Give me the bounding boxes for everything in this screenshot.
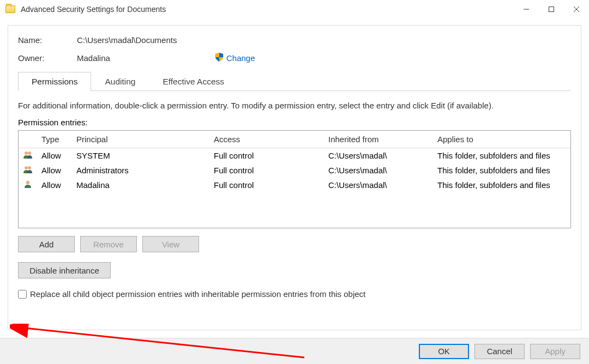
tab-effective-access[interactable]: Effective Access [149,72,238,91]
view-button[interactable]: View [142,236,199,252]
cell-type: Allow [37,165,72,176]
ok-button[interactable]: OK [419,344,469,359]
replace-child-entries-label: Replace all child object permission entr… [30,289,365,299]
name-label: Name: [18,35,77,45]
group-icon [23,151,33,159]
change-owner-link[interactable]: Change [226,53,255,63]
cell-access: Full control [209,165,324,176]
svg-point-6 [25,166,28,169]
window-controls [514,0,589,19]
table-row[interactable]: Allow Madalina Full control C:\Users\mad… [19,178,570,192]
col-inherited[interactable]: Inherited from [324,132,433,146]
remove-button[interactable]: Remove [80,236,137,252]
folder-icon [5,5,15,13]
svg-point-5 [28,151,31,155]
name-value: C:\Users\madal\Documents [77,35,571,45]
col-principal[interactable]: Principal [72,132,209,146]
titlebar: Advanced Security Settings for Documents [0,0,589,19]
add-button[interactable]: Add [18,236,75,252]
tab-auditing[interactable]: Auditing [91,72,149,91]
cell-access: Full control [209,179,324,191]
owner-label: Owner: [18,53,77,63]
close-icon [573,6,580,13]
cell-applies: This folder, subfolders and files [433,165,570,176]
table-row[interactable]: Allow SYSTEM Full control C:\Users\madal… [19,148,570,163]
cell-principal: Madalina [72,179,209,191]
window-title: Advanced Security Settings for Documents [21,5,514,14]
cell-type: Allow [37,179,72,191]
minimize-icon [523,6,530,13]
group-icon [23,166,33,173]
svg-point-4 [25,151,28,155]
cancel-button[interactable]: Cancel [474,344,525,359]
disable-inheritance-button[interactable]: Disable inheritance [18,262,111,278]
tabs: Permissions Auditing Effective Access [18,71,571,91]
bottom-bar: OK Cancel Apply [0,338,589,364]
instructions-text: For additional information, double-click… [18,101,571,110]
cell-principal: Administrators [72,165,209,176]
cell-type: Allow [37,150,72,161]
col-applies[interactable]: Applies to [433,132,570,146]
owner-row: Owner: Madalina Change [18,52,571,64]
permissions-grid: Type Principal Access Inherited from App… [18,130,571,228]
cell-inherited: C:\Users\madal\ [324,150,433,161]
col-access[interactable]: Access [209,132,324,146]
svg-point-7 [28,166,31,169]
maximize-button[interactable] [539,0,564,19]
minimize-button[interactable] [514,0,539,19]
close-button[interactable] [564,0,589,19]
maximize-icon [548,6,555,13]
svg-rect-1 [549,7,554,12]
replace-child-entries-checkbox[interactable] [18,290,27,299]
grid-header: Type Principal Access Inherited from App… [19,131,570,148]
cell-access: Full control [209,150,324,161]
table-row[interactable]: Allow Administrators Full control C:\Use… [19,163,570,178]
cell-principal: SYSTEM [72,150,209,161]
tab-permissions[interactable]: Permissions [18,72,91,91]
cell-inherited: C:\Users\madal\ [324,165,433,176]
owner-value: Madalina [77,53,214,63]
apply-button[interactable]: Apply [530,344,580,359]
col-type[interactable]: Type [37,132,72,146]
entries-label: Permission entries: [18,118,571,127]
shield-icon [214,52,224,64]
cell-applies: This folder, subfolders and files [433,150,570,161]
name-row: Name: C:\Users\madal\Documents [18,35,571,45]
cell-applies: This folder, subfolders and files [433,179,570,191]
cell-inherited: C:\Users\madal\ [324,179,433,191]
user-icon [23,180,33,188]
main-panel: Name: C:\Users\madal\Documents Owner: Ma… [8,25,581,330]
svg-point-8 [26,181,29,184]
